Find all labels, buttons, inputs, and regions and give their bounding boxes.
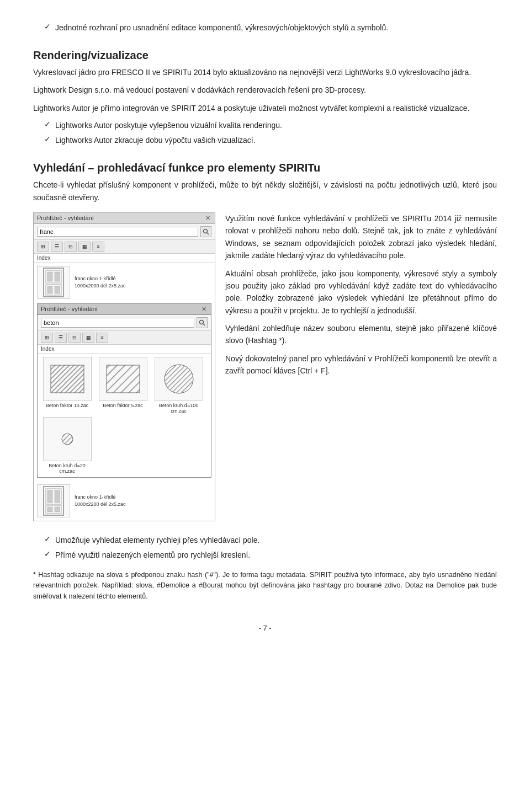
page-number: - 7 - <box>33 624 497 632</box>
inner-search-input[interactable] <box>41 318 194 328</box>
search-check-text-1: Umožňuje vyhledat elementy rychleji přes… <box>55 535 259 546</box>
beton-thumb-2 <box>99 357 147 401</box>
svg-rect-19 <box>44 487 63 515</box>
inner-search-btn[interactable] <box>197 317 208 328</box>
search-check-text-2: Přímé využití nalezených elementů pro ry… <box>55 549 250 561</box>
search-right-para-1: Využitím nové funkce vyhledávání v prohl… <box>225 212 497 262</box>
rendering-para1: Vykreslovací jádro pro FRESCO II ve SPIR… <box>33 66 497 78</box>
search-icon-inner <box>199 319 205 326</box>
inner-toolbar-btn-2[interactable]: ☰ <box>55 333 67 343</box>
checkmark-icon-r1: ✓ <box>44 120 51 129</box>
inner-search-row <box>38 315 211 331</box>
outer-item-2: franc okno 1-křídlé1000x2200 dél 2x5.zac <box>37 484 211 517</box>
footnote-text: * Hashtag odkazuje na slova s předponou … <box>33 570 497 602</box>
search-right-para-3: Vyhledání zohledňuje název souboru eleme… <box>225 322 497 347</box>
inner-browser-titlebar: Prohlížeč - vyhledání ✕ <box>38 304 211 315</box>
search-text-col: Využitím nové funkce vyhledávání v prohl… <box>225 212 497 526</box>
beton-item-3: Beton kruh d=100 cm.zac <box>152 357 205 414</box>
beton-item-4: Beton kruh d=20 cm.zac <box>41 417 93 474</box>
outer-browser-content: franc okno 1-křídlé1000x2000 dél 2x5.zac… <box>34 263 215 521</box>
svg-rect-24 <box>47 507 52 512</box>
toolbar-btn-4[interactable]: ▦ <box>78 242 91 252</box>
beton-thumb-1 <box>43 357 92 401</box>
beton-item-1: Beton faktor 10.zac <box>41 357 93 414</box>
inner-toolbar-btn-4[interactable]: ▦ <box>82 333 94 343</box>
svg-point-18 <box>62 434 73 445</box>
check-text-top-1: Jednotné rozhraní pro usnadnění editace … <box>55 22 388 34</box>
beton-kruh100-svg <box>160 362 198 396</box>
svg-rect-7 <box>47 286 52 293</box>
beton-faktor10-svg <box>48 362 87 396</box>
svg-rect-5 <box>47 272 52 281</box>
outer-browser-title: Prohlížeč - vyhledání <box>37 215 94 221</box>
search-para1: Chcete-li vyhledat příslušný komponent v… <box>33 179 497 204</box>
beton-label-4: Beton kruh d=20 cm.zac <box>41 463 93 474</box>
inner-browser-content: Beton faktor 10.zac <box>38 354 211 477</box>
inner-toolbar-btn-1[interactable]: ⊞ <box>41 333 53 343</box>
svg-point-16 <box>165 365 193 393</box>
svg-line-1 <box>207 233 209 234</box>
beton-label-3: Beton kruh d=100 cm.zac <box>152 403 205 414</box>
beton-thumb-4 <box>43 417 92 461</box>
inner-toolbar: ⊞ ☰ ⊟ ▦ ≡ <box>38 331 211 345</box>
toolbar-btn-1[interactable]: ⊞ <box>37 242 49 252</box>
beton-label-2: Beton faktor 5.zac <box>103 403 143 408</box>
outer-search-btn[interactable] <box>200 226 211 237</box>
outer-item-1: franc okno 1-křídlé1000x2000 dél 2x5.zac <box>37 266 211 299</box>
search-icon-outer <box>203 228 209 235</box>
inner-browser-title: Prohlížeč - vyhledání <box>41 306 98 312</box>
svg-point-9 <box>200 320 204 324</box>
outer-search-row <box>34 224 215 240</box>
outer-items-list: franc okno 1-křídlé1000x2000 dél 2x5.zac… <box>37 266 211 517</box>
rendering-check-text-2: Lightworks Autor zkracuje dobu výpočtu v… <box>55 135 256 146</box>
outer-browser-window: Prohlížeč - vyhledání ✕ ⊞ ☰ ⊟ ▦ ≡ In <box>33 212 215 521</box>
checkmark-icon: ✓ <box>44 22 51 31</box>
inner-index-label: Index <box>38 345 211 354</box>
inner-toolbar-btn-5[interactable]: ≡ <box>96 333 108 343</box>
outer-browser-titlebar: Prohlížeč - vyhledání ✕ <box>34 213 215 224</box>
rendering-para3: Lightworks Autor je přímo integrován ve … <box>33 102 497 114</box>
search-right-para-2: Aktuální obsah prohlížeče, jako jsou kom… <box>225 268 497 317</box>
screenshots-col: Prohlížeč - vyhledání ✕ ⊞ ☰ ⊟ ▦ ≡ In <box>33 212 215 526</box>
outer-index-label: Index <box>34 254 215 263</box>
svg-rect-22 <box>47 490 52 503</box>
search-check-2: ✓ Přímé využití nalezených elementů pro … <box>44 549 497 561</box>
svg-rect-23 <box>55 490 60 503</box>
inner-browser-window: Prohlížeč - vyhledání ✕ <box>37 303 211 478</box>
toolbar-btn-2[interactable]: ☰ <box>51 242 63 252</box>
search-heading: Vyhledání – prohledávací funkce pro elem… <box>33 162 497 174</box>
door-svg-2 <box>43 485 65 516</box>
svg-point-0 <box>204 229 208 233</box>
svg-rect-6 <box>55 272 60 281</box>
svg-line-10 <box>203 324 205 325</box>
rendering-check-1: ✓ Lightworks Autor poskytuje vylepšenou … <box>44 120 497 131</box>
rendering-para2: Lightwork Design s.r.o. má vedoucí posta… <box>33 84 497 96</box>
svg-rect-25 <box>55 507 60 512</box>
beton-faktor5-svg <box>104 362 142 396</box>
beton-thumb-3 <box>155 357 203 401</box>
rendering-bullets: ✓ Lightworks Autor poskytuje vylepšenou … <box>33 120 497 146</box>
beton-item-2: Beton faktor 5.zac <box>97 357 149 414</box>
toolbar-btn-3[interactable]: ⊟ <box>65 242 77 252</box>
checkmark-icon-r2: ✓ <box>44 135 51 143</box>
search-check-1: ✓ Umožňuje vyhledat elementy rychleji př… <box>44 535 497 546</box>
inner-toolbar-btn-3[interactable]: ⊟ <box>68 333 81 343</box>
outer-item-1-thumb <box>37 266 70 299</box>
beton-label-1: Beton faktor 10.zac <box>46 403 89 408</box>
outer-item-2-label: franc okno 1-křídlé1000x2200 dél 2x5.zac <box>75 494 126 507</box>
checkmark-icon-s1: ✓ <box>44 535 51 543</box>
toolbar-btn-5[interactable]: ≡ <box>92 242 104 252</box>
inner-browser-wrapper: Prohlížeč - vyhledání ✕ <box>37 303 211 478</box>
search-right-para-4: Nový dokovatelný panel pro vyhledávání v… <box>225 352 497 377</box>
outer-toolbar: ⊞ ☰ ⊟ ▦ ≡ <box>34 240 215 254</box>
door-svg-1 <box>43 267 65 297</box>
check-item-top-1: ✓ Jednotné rozhraní pro usnadnění editac… <box>44 22 497 34</box>
inner-browser-close[interactable]: ✕ <box>200 306 208 313</box>
svg-rect-14 <box>107 365 140 393</box>
outer-browser-close[interactable]: ✕ <box>204 215 211 222</box>
outer-search-input[interactable] <box>37 227 198 237</box>
svg-rect-12 <box>51 365 84 393</box>
search-two-col: Prohlížeč - vyhledání ✕ ⊞ ☰ ⊟ ▦ ≡ In <box>33 212 497 526</box>
outer-item-2-thumb <box>37 484 70 517</box>
svg-rect-2 <box>44 268 63 297</box>
